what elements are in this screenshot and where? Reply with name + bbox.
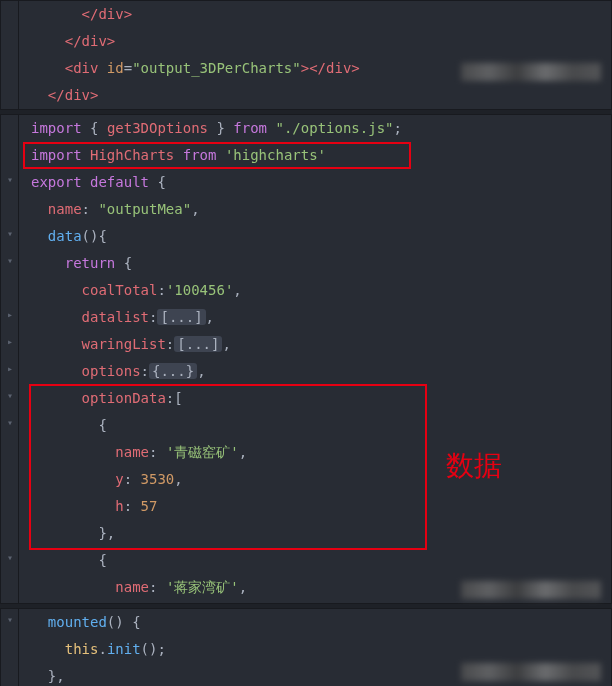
annotation-label: 数据 — [446, 447, 502, 485]
code-line[interactable]: datalist:[...], — [21, 304, 611, 331]
fold-icon[interactable]: ▾ — [3, 227, 17, 241]
code-line[interactable]: name: '青磁窑矿', — [21, 439, 611, 466]
code-panel-2: ▾ ▾ ▾ ▸ ▸ ▸ ▾ ▾ ▾ import { get3DOptions … — [0, 114, 612, 604]
code-line[interactable]: mounted() { — [21, 609, 611, 636]
gutter — [1, 1, 19, 109]
code-line[interactable]: import HighCharts from 'highcharts' — [21, 142, 611, 169]
code-line[interactable]: </div> — [21, 82, 611, 109]
fold-icon[interactable]: ▸ — [3, 308, 17, 322]
collapsed-region[interactable]: [...] — [174, 336, 222, 352]
gutter: ▾ — [1, 609, 19, 686]
code-line[interactable]: name: "outputMea", — [21, 196, 611, 223]
code-line[interactable]: return { — [21, 250, 611, 277]
code-line[interactable]: </div> — [21, 1, 611, 28]
code-panel-3: ▾ mounted() { this.init(); }, — [0, 608, 612, 686]
fold-icon[interactable]: ▾ — [3, 173, 17, 187]
fold-icon[interactable]: ▾ — [3, 416, 17, 430]
blur-redaction — [461, 663, 601, 681]
code-panel-1: </div> </div> <div id="output_3DPerChart… — [0, 0, 612, 110]
fold-icon[interactable]: ▾ — [3, 254, 17, 268]
fold-icon[interactable]: ▾ — [3, 613, 17, 627]
fold-icon[interactable]: ▸ — [3, 335, 17, 349]
code-line[interactable]: this.init(); — [21, 636, 611, 663]
code-line[interactable]: h: 57 — [21, 493, 611, 520]
fold-icon[interactable]: ▸ — [3, 362, 17, 376]
code-line[interactable]: optionData:[ — [21, 385, 611, 412]
blur-redaction — [461, 63, 601, 81]
code-line[interactable]: import { get3DOptions } from "./options.… — [21, 115, 611, 142]
gutter: ▾ ▾ ▾ ▸ ▸ ▸ ▾ ▾ ▾ — [1, 115, 19, 603]
fold-icon[interactable]: ▾ — [3, 389, 17, 403]
code-line[interactable]: }, — [21, 520, 611, 547]
blur-redaction — [461, 581, 601, 599]
fold-icon[interactable]: ▾ — [3, 551, 17, 565]
collapsed-region[interactable]: [...] — [157, 309, 205, 325]
code-line[interactable]: y: 3530, — [21, 466, 611, 493]
code-line[interactable]: coalTotal:'100456', — [21, 277, 611, 304]
code-line[interactable]: waringList:[...], — [21, 331, 611, 358]
code-line[interactable]: { — [21, 547, 611, 574]
collapsed-region[interactable]: {...} — [149, 363, 197, 379]
code-line[interactable]: data(){ — [21, 223, 611, 250]
code-line[interactable]: export default { — [21, 169, 611, 196]
code-line[interactable]: options:{...}, — [21, 358, 611, 385]
code-line[interactable]: { — [21, 412, 611, 439]
code-line[interactable]: </div> — [21, 28, 611, 55]
